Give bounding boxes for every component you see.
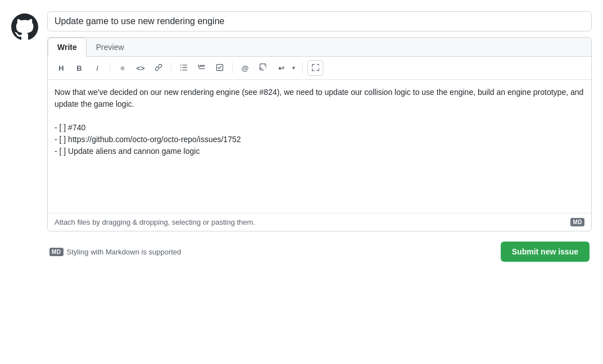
editor-toolbar: H B I ≡ <> (48, 57, 591, 80)
expand-icon (312, 64, 319, 72)
heading-button[interactable]: H (53, 60, 69, 76)
bullet-list-icon (180, 63, 188, 72)
mention-button[interactable]: @ (237, 60, 253, 76)
reference-button[interactable] (255, 60, 271, 76)
numbered-list-icon (198, 63, 206, 72)
bold-button[interactable]: B (71, 60, 87, 76)
attach-text: Attach files by dragging & dropping, sel… (55, 218, 255, 226)
numbered-list-button[interactable] (194, 60, 210, 76)
markdown-support-label: MD Styling with Markdown is supported (49, 248, 181, 256)
italic-button[interactable]: I (89, 60, 105, 76)
attach-md-badge: MD (570, 218, 584, 226)
code-button[interactable]: <> (133, 60, 148, 76)
github-logo (11, 13, 38, 40)
toolbar-divider-3 (232, 62, 233, 74)
italic-icon: I (96, 65, 98, 72)
bold-icon: B (76, 65, 81, 72)
bullet-list-button[interactable] (176, 60, 192, 76)
quote-button[interactable]: ≡ (115, 60, 130, 76)
undo-group: ↩ ▾ (273, 60, 298, 76)
toolbar-divider-2 (171, 62, 171, 74)
undo-icon: ↩ (278, 65, 284, 72)
tab-write[interactable]: Write (48, 38, 87, 57)
editor-tabs: Write Preview (48, 38, 591, 57)
task-list-icon (216, 63, 224, 72)
undo-button[interactable]: ↩ (273, 60, 289, 76)
form-footer: MD Styling with Markdown is supported Su… (47, 237, 592, 264)
tab-preview[interactable]: Preview (87, 38, 134, 57)
undo-dropdown-button[interactable]: ▾ (289, 60, 298, 76)
heading-icon: H (58, 65, 64, 72)
editor-container: Write Preview H B I ≡ <> (47, 37, 592, 231)
issue-title-input[interactable] (47, 11, 592, 31)
issue-body-textarea[interactable]: Now that we've decided on our new render… (48, 80, 591, 211)
markdown-support-text: Styling with Markdown is supported (67, 248, 182, 256)
footer-md-badge: MD (49, 248, 64, 256)
task-list-button[interactable] (212, 60, 228, 76)
mention-icon: @ (242, 65, 249, 72)
code-icon: <> (136, 65, 144, 72)
toolbar-divider-1 (110, 62, 110, 74)
reference-icon (259, 63, 267, 72)
attach-files-row: Attach files by dragging & dropping, sel… (48, 213, 591, 231)
quote-icon: ≡ (120, 65, 125, 72)
link-button[interactable] (151, 60, 166, 76)
issue-form: Write Preview H B I ≡ <> (47, 11, 592, 264)
expand-button[interactable] (307, 60, 323, 76)
link-icon (155, 63, 162, 72)
submit-issue-button[interactable]: Submit new issue (501, 242, 590, 262)
toolbar-divider-4 (302, 62, 303, 74)
